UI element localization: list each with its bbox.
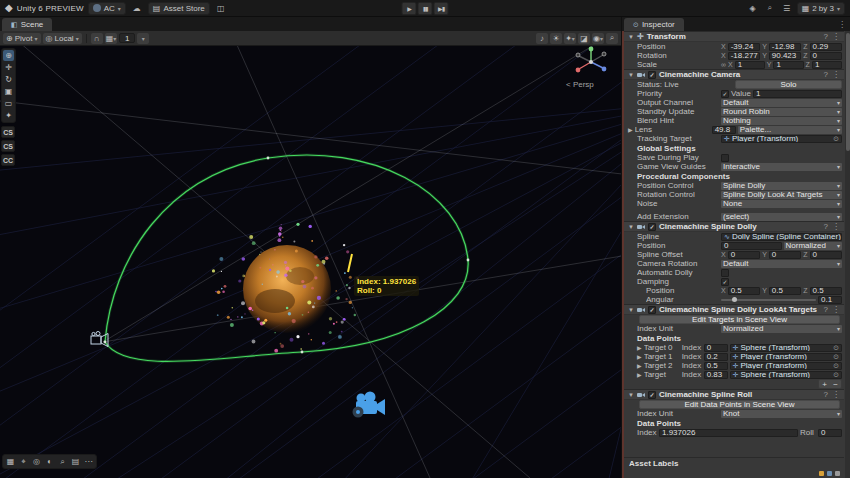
kebab-menu-icon[interactable]: ⋮	[832, 70, 840, 79]
spline-dolly-header[interactable]: ▼ ✓ Cinemachine Spline Dolly ? ⋮	[624, 221, 844, 232]
spline-position-field[interactable]: 0	[721, 242, 782, 250]
foldout-icon[interactable]: ▼	[628, 392, 634, 398]
more-icon[interactable]: ⋯	[83, 456, 94, 467]
scale-y-field[interactable]: 1	[773, 61, 803, 69]
asset-labels-header[interactable]: Asset Labels	[624, 457, 844, 469]
overlay-badge[interactable]: CC	[1, 154, 15, 166]
main-camera-icon-gizmo[interactable]	[353, 392, 386, 418]
index-field[interactable]: 0.83	[704, 371, 728, 379]
snap-settings-icon[interactable]: ⌖	[18, 456, 29, 467]
target-object-field[interactable]: ✛ Sphere (Transform) ⊙	[730, 344, 842, 352]
index-field[interactable]: 0.5	[704, 362, 728, 370]
scale-link-toggle[interactable]: ∞	[721, 61, 726, 68]
kebab-menu-icon[interactable]: ⋮	[832, 305, 840, 314]
layers-icon[interactable]: ☰	[780, 2, 794, 15]
damping-x-field[interactable]: 0.5	[728, 287, 760, 295]
scrollbar-thumb[interactable]	[846, 33, 850, 151]
priority-value-field[interactable]: 1	[753, 90, 842, 98]
camera-rotation-dropdown[interactable]: Default	[721, 260, 842, 268]
blend-hint-dropdown[interactable]: Nothing	[721, 117, 842, 125]
target-object-field[interactable]: ✛ Player (Transform) ⊙	[730, 353, 842, 361]
roll-value-field[interactable]: 0	[818, 429, 842, 437]
play-button[interactable]: ▶	[402, 2, 417, 15]
damping-y-field[interactable]: 0.5	[769, 287, 801, 295]
handle-rotation-dropdown[interactable]: ◎ Local ▾	[43, 33, 82, 44]
foldout-icon[interactable]: ▶	[637, 353, 642, 360]
shading-mode-icon[interactable]: ◐	[44, 456, 55, 467]
roll-index-field[interactable]: 1.937026	[659, 429, 798, 437]
pause-button[interactable]: ▮▮	[418, 2, 433, 15]
cloud-status-icon[interactable]	[827, 471, 832, 476]
remove-item-button[interactable]: −	[830, 380, 841, 388]
scene-viewport[interactable]: Index: 1.937026 Roll: 0 < Persp ⊕ ✛ ↻ ▣ …	[0, 46, 621, 478]
help-icon[interactable]: ?	[824, 32, 828, 41]
solo-button[interactable]: Solo	[735, 80, 842, 89]
overlay-badge[interactable]: CS	[1, 140, 15, 152]
scene-search-icon[interactable]: ⌕	[606, 33, 618, 44]
add-item-button[interactable]: +	[819, 380, 830, 388]
step-button[interactable]: ▶▮	[434, 2, 449, 15]
lens-fov-field[interactable]: 49.8	[712, 126, 736, 134]
transform-header[interactable]: ▼ ✛ Transform ? ⋮	[624, 31, 844, 42]
index-unit-dropdown[interactable]: Normalized	[721, 325, 842, 333]
offset-y-field[interactable]: 0	[769, 251, 801, 259]
sphere-object[interactable]	[243, 245, 331, 333]
position-control-dropdown[interactable]: Spline Dolly	[721, 182, 842, 190]
orientation-toggle-icon[interactable]: ◎	[31, 456, 42, 467]
component-enabled-checkbox[interactable]: ✓	[648, 306, 656, 314]
noise-dropdown[interactable]: None	[721, 200, 842, 208]
cinemachine-camera-header[interactable]: ▼ ✓ Cinemachine Camera ? ⋮	[624, 69, 844, 80]
offset-x-field[interactable]: 0	[728, 251, 760, 259]
effects-dropdown[interactable]: ✦▾	[564, 33, 576, 44]
cloud-icon[interactable]: ☁	[130, 2, 144, 15]
view-tool[interactable]: ⊕	[3, 50, 14, 61]
orientation-gizmo[interactable]	[576, 47, 607, 73]
overlay-badge[interactable]: CS	[1, 126, 15, 138]
standby-update-dropdown[interactable]: Round Robin	[721, 108, 842, 116]
index-unit-dropdown[interactable]: Knot	[721, 410, 842, 418]
rotation-y-field[interactable]: 90.423	[769, 52, 801, 60]
package-icon[interactable]: ◫	[214, 2, 228, 15]
object-picker-icon[interactable]: ⊙	[833, 135, 839, 143]
progress-icon[interactable]: ◈	[746, 2, 760, 15]
position-x-field[interactable]: -39.24	[728, 43, 760, 51]
rotate-tool[interactable]: ↻	[3, 74, 14, 85]
kebab-menu-icon[interactable]: ⋮	[832, 222, 840, 231]
offset-z-field[interactable]: 0	[810, 251, 842, 259]
object-picker-icon[interactable]: ⊙	[833, 353, 839, 361]
rect-tool[interactable]: ▭	[3, 98, 14, 109]
object-picker-icon[interactable]: ⊙	[833, 344, 839, 352]
tracking-target-field[interactable]: ✛ Player (Transform) ⊙	[721, 135, 842, 143]
spline-roll-header[interactable]: ▼ ✓ Cinemachine Spline Roll ? ⋮	[624, 389, 844, 400]
automatic-dolly-checkbox[interactable]	[721, 269, 729, 277]
target-object-field[interactable]: ✛ Sphere (Transform) ⊙	[730, 371, 842, 379]
index-field[interactable]: 0	[704, 344, 728, 352]
tab-scene[interactable]: ◧ Scene	[2, 18, 52, 31]
lookat-targets-header[interactable]: ▼ ✓ Cinemachine Spline Dolly LookAt Targ…	[624, 304, 844, 315]
position-z-field[interactable]: 0.29	[810, 43, 842, 51]
position-y-field[interactable]: -12.98	[769, 43, 801, 51]
lighting-toggle[interactable]: ☀	[550, 33, 562, 44]
kebab-menu-icon[interactable]: ⋮	[838, 20, 846, 29]
foldout-icon[interactable]: ▼	[628, 72, 634, 78]
position-units-dropdown[interactable]: Normalized	[784, 242, 843, 250]
grid-visibility-toggle[interactable]: ▦	[5, 456, 16, 467]
foldout-icon[interactable]: ▶	[628, 126, 633, 133]
rotation-x-field[interactable]: -18.277	[728, 52, 760, 60]
snap-magnet-toggle[interactable]: ∩	[91, 33, 103, 44]
tab-inspector[interactable]: ⊙ Inspector	[624, 18, 684, 31]
damping-z-field[interactable]: 0.5	[810, 287, 842, 295]
overlay-menu-icon[interactable]: ▤	[70, 456, 81, 467]
priority-enabled-checkbox[interactable]: ✓	[721, 90, 729, 98]
foldout-icon[interactable]: ▼	[628, 224, 634, 230]
kebab-menu-icon[interactable]: ⋮	[832, 32, 840, 41]
component-enabled-checkbox[interactable]: ✓	[648, 391, 656, 399]
asset-store-button[interactable]: ▤ Asset Store	[148, 2, 210, 15]
lens-preset-dropdown[interactable]: Palette...	[738, 126, 842, 134]
angular-value-field[interactable]: 0.1	[818, 296, 842, 304]
console-icon[interactable]	[835, 471, 840, 476]
output-channel-dropdown[interactable]: Default	[721, 99, 842, 107]
account-dropdown[interactable]: AC ▾	[88, 2, 126, 15]
move-tool[interactable]: ✛	[3, 62, 14, 73]
audio-toggle[interactable]: ♪	[536, 33, 548, 44]
